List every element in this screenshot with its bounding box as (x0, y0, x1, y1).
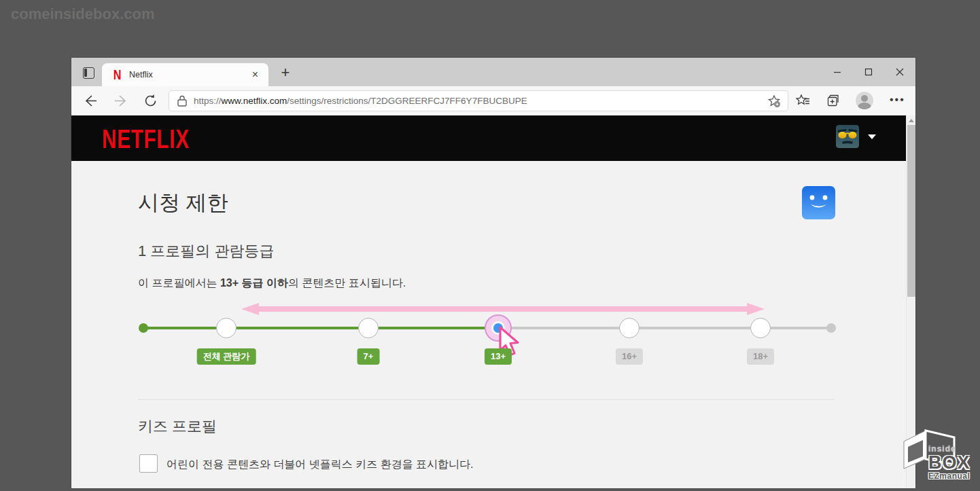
url-domain: www.netflix.com (222, 96, 287, 106)
minimize-button[interactable] (822, 58, 853, 86)
insidebox-logo: inside BOX EZmanual (898, 425, 980, 491)
add-favorite-icon[interactable] (767, 94, 781, 108)
maximize-icon (864, 68, 873, 76)
site-watermark: comeinsidebox.com (11, 5, 155, 23)
tab-title: Netflix (129, 70, 250, 79)
ratings-section-heading: 1 프로필의 관람등급 (138, 241, 274, 261)
rating-badge-18plus: 18+ (747, 348, 774, 365)
page-title: 시청 제한 (138, 189, 228, 217)
scrollbar-up-arrow-icon[interactable] (909, 119, 914, 122)
profile-smile-avatar (802, 186, 835, 219)
new-tab-button[interactable]: + (275, 62, 296, 83)
slider-endpoint-right (826, 323, 836, 333)
url-path: /settings/restrictions/T2DGGREERFCJ7FF6Y… (287, 96, 527, 106)
logo-line-box: BOX (928, 454, 970, 471)
kids-profile-checkbox[interactable] (139, 454, 158, 473)
collections-button[interactable] (826, 93, 841, 108)
address-bar[interactable]: https://www.netflix.com/settings/restric… (169, 90, 788, 111)
favorites-button[interactable] (796, 93, 811, 108)
forward-button[interactable] (113, 94, 128, 108)
netflix-header: NETFLIX (71, 115, 906, 161)
close-tab-icon[interactable]: × (250, 69, 260, 81)
slider-track-filled (143, 327, 498, 329)
close-window-button[interactable] (884, 58, 915, 86)
tab-actions-icon (83, 67, 94, 79)
ratings-description: 이 프로필에서는 13+ 등급 이하의 콘텐츠만 표시됩니다. (138, 276, 406, 291)
browser-toolbar: https://www.netflix.com/settings/restric… (71, 86, 915, 115)
close-window-icon (896, 68, 904, 76)
maximize-button[interactable] (853, 58, 884, 86)
netflix-profile-avatar[interactable] (836, 125, 859, 148)
tab-netflix[interactable]: N Netflix × (102, 63, 268, 86)
url-text: https://www.netflix.com/settings/restric… (194, 96, 767, 106)
tab-actions-button[interactable] (80, 64, 97, 81)
page-viewport: NETFLIX (71, 115, 915, 488)
rating-badge-all-ages: 전체 관람가 (197, 348, 256, 365)
desc-suffix: 의 콘텐츠만 표시됩니다. (288, 277, 406, 289)
browser-profile-avatar[interactable] (856, 92, 873, 109)
rating-badge-13plus: 13+ (485, 348, 512, 365)
window-controls (822, 58, 915, 86)
slider-stop-7plus[interactable] (358, 318, 379, 338)
browser-window: N Netflix × + (71, 58, 915, 488)
desc-prefix: 이 프로필에서는 (138, 277, 220, 289)
scrollbar-thumb[interactable] (907, 125, 915, 297)
insidebox-logo-text: inside BOX EZmanual (928, 444, 970, 481)
slider-endpoint-left (139, 323, 148, 333)
section-divider (138, 399, 835, 400)
minimize-icon (833, 68, 841, 76)
refresh-button[interactable] (143, 94, 158, 108)
rating-badge-7plus: 7+ (357, 348, 380, 365)
kids-section-heading: 키즈 프로필 (138, 416, 217, 437)
sunglasses-avatar-icon (836, 125, 859, 148)
lock-icon[interactable] (177, 95, 187, 107)
slider-stop-all-ages[interactable] (216, 318, 237, 338)
settings-more-button[interactable]: ••• (890, 94, 905, 106)
netflix-favicon-icon: N (113, 67, 122, 83)
profile-dropdown-caret-icon[interactable] (868, 134, 876, 139)
slider-stop-18plus[interactable] (750, 318, 771, 338)
url-scheme: https:// (194, 96, 222, 106)
rating-badge-16plus: 16+ (616, 348, 643, 365)
smile-face-icon (802, 186, 835, 219)
tab-bar: N Netflix × + (71, 58, 915, 86)
slider-stop-16plus[interactable] (619, 318, 640, 338)
desc-bold: 13+ 등급 이하 (220, 277, 288, 289)
back-button[interactable] (84, 94, 98, 108)
netflix-logo[interactable]: NETFLIX (102, 124, 190, 155)
kids-checkbox-label: 어린이 전용 콘텐츠와 더불어 넷플릭스 키즈 환경을 표시합니다. (167, 458, 474, 472)
annotation-double-arrow (241, 303, 765, 315)
logo-line-ezmanual: EZmanual (928, 471, 970, 481)
